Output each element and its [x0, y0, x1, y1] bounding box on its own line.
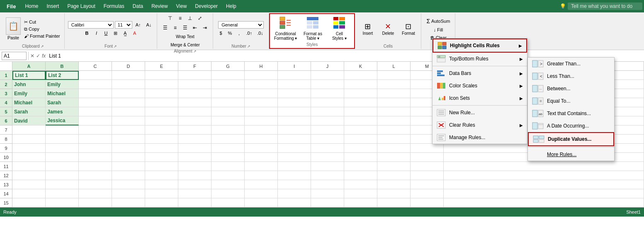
cell-A1[interactable]: List 1	[12, 71, 46, 80]
cell-F5[interactable]	[178, 107, 211, 116]
cell-F7[interactable]	[178, 125, 211, 135]
cell-B6[interactable]: Jessica	[46, 116, 79, 125]
cell-I2[interactable]	[278, 80, 311, 89]
autosum-button[interactable]: Σ AutoSum	[425, 17, 452, 25]
cell-D1[interactable]	[112, 71, 145, 80]
cell-G1[interactable]	[211, 71, 245, 80]
cell-K1[interactable]	[344, 71, 377, 80]
cell-E5[interactable]	[145, 107, 178, 116]
cell-L6[interactable]	[377, 116, 411, 125]
cell-H3[interactable]	[245, 89, 278, 98]
sheet-tab[interactable]: Sheet1	[626, 210, 641, 214]
cell-styles-button[interactable]: CellStyles ▾	[327, 15, 352, 41]
cell-J5[interactable]	[311, 107, 344, 116]
cell-I5[interactable]	[278, 107, 311, 116]
cell-J4[interactable]	[311, 98, 344, 107]
cell-B3[interactable]: Michael	[46, 89, 79, 98]
cell-A6[interactable]: David	[12, 116, 46, 125]
cell-I3[interactable]	[278, 89, 311, 98]
cell-H7[interactable]	[245, 125, 278, 135]
search-input[interactable]	[568, 2, 642, 10]
cell-G3[interactable]	[211, 89, 245, 98]
cell-J6[interactable]	[311, 116, 344, 125]
col-header-I[interactable]: I	[278, 62, 311, 71]
number-expand-icon[interactable]: ↗	[247, 44, 250, 48]
fx-icon[interactable]: fx	[42, 53, 46, 59]
cell-I6[interactable]	[278, 116, 311, 125]
cell-H4[interactable]	[245, 98, 278, 107]
cell-G6[interactable]	[211, 116, 245, 125]
cell-L4[interactable]	[377, 98, 411, 107]
cf-data-bars[interactable]: Data Bars ▶	[433, 67, 527, 80]
cell-H1[interactable]	[245, 71, 278, 80]
cell-E3[interactable]	[145, 89, 178, 98]
row-header-7[interactable]: 7	[0, 125, 12, 135]
conditional-formatting-button[interactable]: ConditionalFormatting ▾	[272, 15, 299, 41]
decrease-decimal-button[interactable]: .0↓	[255, 30, 265, 36]
cell-G5[interactable]	[211, 107, 245, 116]
italic-button[interactable]: I	[92, 30, 101, 36]
cf-new-rule[interactable]: New Rule...	[433, 106, 527, 119]
cell-B5[interactable]: James	[46, 107, 79, 116]
font-expand-icon[interactable]: ↗	[114, 44, 117, 48]
col-header-J[interactable]: J	[311, 62, 344, 71]
row-header-13[interactable]: 13	[0, 180, 12, 189]
cell-K3[interactable]	[344, 89, 377, 98]
cell-E2[interactable]	[145, 80, 178, 89]
comma-button[interactable]: ,	[235, 30, 243, 36]
row-header-15[interactable]: 15	[0, 198, 12, 207]
cell-F4[interactable]	[178, 98, 211, 107]
cell-I4[interactable]	[278, 98, 311, 107]
col-header-A[interactable]: A	[12, 62, 46, 71]
cell-I1[interactable]	[278, 71, 311, 80]
submenu-equal-to[interactable]: = Equal To...	[528, 95, 614, 107]
row-header-14[interactable]: 14	[0, 189, 12, 198]
cell-G7[interactable]	[211, 125, 245, 135]
submenu-duplicate-values[interactable]: Duplicate Values...	[528, 132, 614, 146]
cell-A8[interactable]	[12, 135, 46, 144]
cell-K2[interactable]	[344, 80, 377, 89]
align-center-button[interactable]: ≡	[170, 24, 180, 32]
cell-C5[interactable]	[79, 107, 112, 116]
cell-A7[interactable]	[12, 125, 46, 135]
underline-button[interactable]: U	[102, 30, 110, 36]
cell-J3[interactable]	[311, 89, 344, 98]
cell-A4[interactable]: Michael	[12, 98, 46, 107]
cell-reference-input[interactable]	[2, 52, 27, 60]
cf-highlight-cells-rules[interactable]: Highlight Cells Rules ▶	[433, 39, 527, 53]
align-middle-button[interactable]: ≡	[175, 14, 185, 22]
row-header-6[interactable]: 6	[0, 116, 12, 125]
cell-D4[interactable]	[112, 98, 145, 107]
cell-E4[interactable]	[145, 98, 178, 107]
col-header-E[interactable]: E	[145, 62, 178, 71]
confirm-formula-icon[interactable]: ✓	[36, 53, 40, 59]
cell-H6[interactable]	[245, 116, 278, 125]
indent-decrease-button[interactable]: ⇤	[190, 24, 199, 32]
cancel-formula-icon[interactable]: ✕	[30, 53, 34, 59]
cell-A9[interactable]	[12, 144, 46, 153]
cf-top-bottom-rules[interactable]: 10 Top/Bottom Rules ▶	[433, 53, 527, 65]
cell-I7[interactable]	[278, 125, 311, 135]
cell-L7[interactable]	[377, 125, 411, 135]
cell-L3[interactable]	[377, 89, 411, 98]
col-header-F[interactable]: F	[178, 62, 211, 71]
cell-A2[interactable]: John	[12, 80, 46, 89]
alignment-expand-icon[interactable]: ↗	[193, 49, 197, 53]
cell-H2[interactable]	[245, 80, 278, 89]
align-left-button[interactable]: ☰	[160, 24, 170, 32]
submenu-less-than[interactable]: < Less Than...	[528, 70, 614, 82]
cell-B4[interactable]: Sarah	[46, 98, 79, 107]
cf-clear-rules[interactable]: Clear Rules ▶	[433, 119, 527, 131]
row-header-5[interactable]: 5	[0, 107, 12, 116]
submenu-date-occurring[interactable]: A Date Occurring...	[528, 120, 614, 132]
col-header-B[interactable]: B	[46, 62, 79, 71]
number-format-select[interactable]: General	[218, 21, 264, 29]
text-angle-button[interactable]: ⤢	[195, 14, 204, 22]
delete-cells-button[interactable]: ✕ Delete	[379, 21, 397, 36]
row-header-4[interactable]: 4	[0, 98, 12, 107]
font-color-button[interactable]: A	[131, 30, 139, 36]
cell-K6[interactable]	[344, 116, 377, 125]
menu-home[interactable]: Home	[21, 2, 42, 11]
col-header-G[interactable]: G	[211, 62, 245, 71]
cell-B7[interactable]	[46, 125, 79, 135]
